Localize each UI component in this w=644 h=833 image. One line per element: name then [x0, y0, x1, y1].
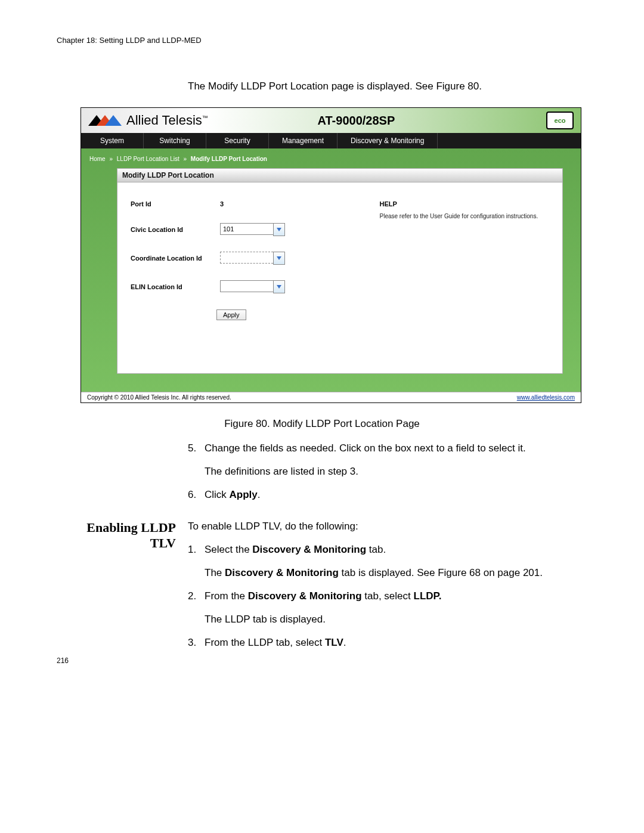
step-5b-text: The definitions are listed in step 3.: [205, 465, 587, 479]
screenshot-figure: Allied Telesis™ AT-9000/28SP eco System …: [80, 107, 581, 403]
nav-system[interactable]: System: [81, 133, 144, 148]
step-6-text: Click Apply.: [205, 488, 587, 502]
elin-location-input[interactable]: [220, 280, 273, 292]
section-intro: To enable LLDP TLV, do the following:: [188, 520, 587, 534]
nav-management[interactable]: Management: [269, 133, 338, 148]
elin-location-dropdown-button[interactable]: [273, 280, 285, 293]
site-link[interactable]: www.alliedtelesis.com: [517, 394, 575, 401]
intro-text: The Modify LLDP Port Location page is di…: [188, 80, 587, 92]
help-text: Please refer to the User Guide for confi…: [380, 212, 549, 221]
port-id-value: 3: [220, 200, 224, 208]
step-1b-text: The Discovery & Monitoring tab is displa…: [205, 566, 587, 580]
chevron-down-icon: [277, 256, 281, 260]
footer-bar: Copyright © 2010 Allied Telesis Inc. All…: [81, 392, 581, 402]
civic-location-label: Civic Location Id: [127, 226, 220, 233]
eco-badge: eco: [546, 112, 574, 129]
help-panel: HELP Please refer to the User Guide for …: [375, 200, 553, 355]
step-number-1: 1.: [188, 543, 205, 557]
help-title: HELP: [380, 200, 549, 208]
apply-button[interactable]: Apply: [216, 309, 246, 320]
svg-marker-3: [277, 228, 281, 231]
section-heading: Enabling LLDP TLV: [57, 520, 188, 659]
step-number-5: 5.: [188, 442, 205, 456]
step-2b-text: The LLDP tab is displayed.: [205, 613, 587, 627]
step-1-text: Select the Discovery & Monitoring tab.: [205, 543, 587, 557]
coordinate-location-input[interactable]: [220, 252, 273, 264]
page-number: 216: [57, 657, 69, 665]
nav-bar: System Switching Security Management Dis…: [81, 133, 581, 148]
svg-marker-5: [277, 285, 281, 289]
civic-location-input[interactable]: [220, 223, 273, 235]
nav-discovery-monitoring[interactable]: Discovery & Monitoring: [338, 133, 438, 148]
step-number-3: 3.: [188, 636, 205, 650]
app-header: Allied Telesis™ AT-9000/28SP eco: [81, 108, 581, 133]
logo-icon: [88, 114, 123, 127]
breadcrumb: Home » LLDP Port Location List » Modify …: [87, 153, 563, 168]
chevron-down-icon: [277, 228, 281, 231]
chevron-down-icon: [277, 285, 281, 289]
breadcrumb-l1[interactable]: LLDP Port Location List: [117, 156, 179, 162]
coordinate-location-dropdown-button[interactable]: [273, 252, 285, 265]
step-3-text: From the LLDP tab, select TLV.: [205, 636, 587, 650]
coordinate-location-label: Coordinate Location Id: [127, 255, 220, 262]
step-2-text: From the Discovery & Monitoring tab, sel…: [205, 590, 587, 603]
elin-location-label: ELIN Location Id: [127, 283, 220, 290]
copyright-text: Copyright © 2010 Allied Telesis Inc. All…: [87, 394, 231, 401]
panel: Modify LLDP Port Location Port Id 3 Civi…: [117, 168, 563, 374]
panel-title: Modify LLDP Port Location: [117, 168, 563, 182]
svg-marker-4: [277, 256, 281, 260]
nav-switching[interactable]: Switching: [144, 133, 206, 148]
chapter-header: Chapter 18: Setting LLDP and LLDP-MED: [57, 36, 587, 45]
nav-security[interactable]: Security: [206, 133, 269, 148]
figure-caption: Figure 80. Modify LLDP Port Location Pag…: [57, 418, 587, 430]
step-number-2: 2.: [188, 590, 205, 603]
port-id-label: Port Id: [127, 200, 220, 208]
breadcrumb-home[interactable]: Home: [89, 156, 106, 162]
civic-location-dropdown-button[interactable]: [273, 223, 285, 236]
step-number-6: 6.: [188, 488, 205, 502]
step-5-text: Change the fields as needed. Click on th…: [205, 442, 587, 456]
breadcrumb-current: Modify LLDP Port Location: [191, 156, 267, 162]
model-label: AT-9000/28SP: [166, 114, 546, 128]
